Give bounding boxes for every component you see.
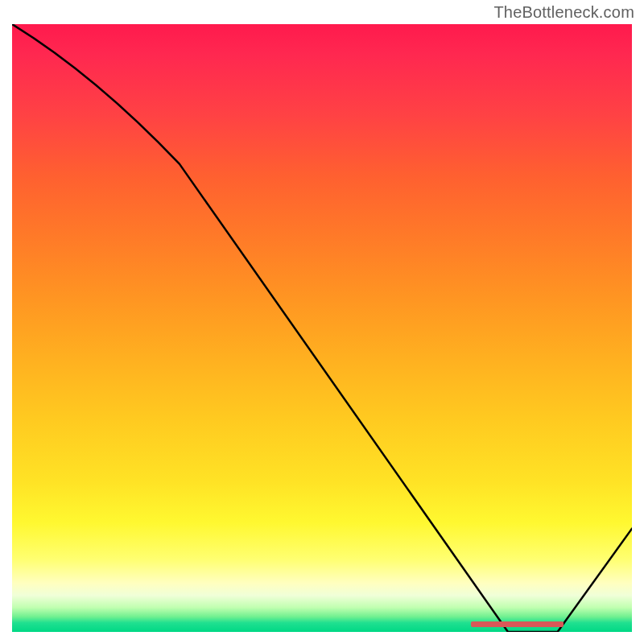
chart-plot-area [12,24,632,632]
optimal-range-marker [471,621,564,627]
watermark-text: TheBottleneck.com [493,3,634,22]
bottleneck-curve [12,24,632,632]
